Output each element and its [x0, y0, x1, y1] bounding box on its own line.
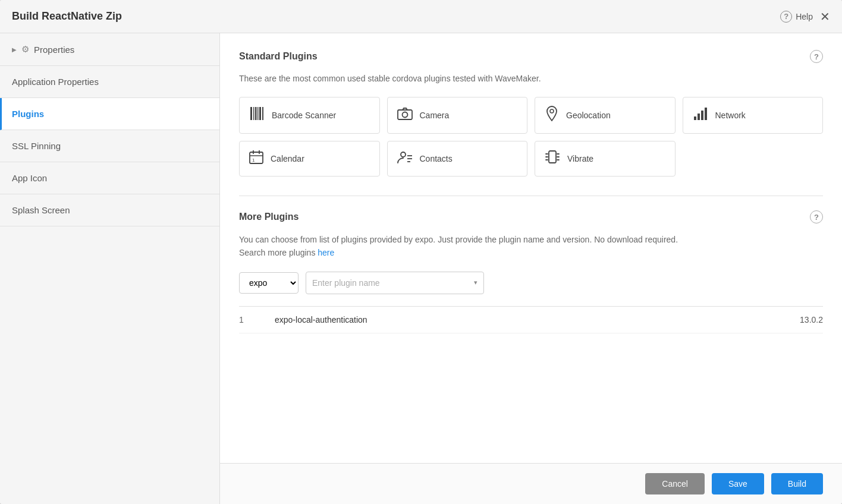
standard-plugins-help-icon[interactable]: ?	[810, 50, 823, 63]
sidebar-item-label: App Icon	[12, 173, 47, 183]
close-icon: ✕	[820, 10, 830, 23]
sidebar-item-label: SSL Pinning	[12, 141, 61, 151]
plugin-card-label: Network	[715, 111, 746, 120]
svg-rect-0	[250, 107, 252, 120]
svg-point-7	[402, 112, 407, 118]
more-plugins-description: You can choose from list of plugins prov…	[239, 233, 823, 260]
sidebar-item-properties[interactable]: ▶ ⚙ Properties	[0, 33, 219, 66]
plugin-name-placeholder: Enter plugin name	[312, 278, 380, 288]
svg-rect-2	[255, 107, 257, 120]
svg-rect-10	[698, 114, 700, 120]
svg-text:1: 1	[252, 158, 255, 163]
svg-rect-1	[253, 107, 255, 120]
plugin-card-contacts[interactable]: Contacts	[387, 141, 528, 177]
title-bar-actions: ? Help ✕	[780, 11, 830, 23]
svg-rect-3	[257, 107, 259, 120]
geolocation-icon	[545, 106, 559, 125]
svg-rect-22	[549, 151, 556, 163]
svg-rect-6	[398, 110, 412, 119]
sidebar-item-splash-screen[interactable]: Splash Screen	[0, 194, 219, 226]
calendar-icon: 1	[249, 150, 263, 168]
standard-plugins-grid: Barcode Scanner Camera	[239, 97, 823, 177]
sidebar-item-ssl-pinning[interactable]: SSL Pinning	[0, 130, 219, 162]
sidebar-item-app-icon[interactable]: App Icon	[0, 162, 219, 194]
plugin-card-vibrate[interactable]: Vibrate	[535, 141, 676, 177]
standard-plugins-title: Standard Plugins	[239, 51, 318, 62]
help-question-icon: ?	[780, 11, 792, 23]
sidebar-item-label: Properties	[34, 45, 74, 55]
svg-rect-9	[694, 116, 696, 120]
title-bar: Build ReactNative Zip ? Help ✕	[0, 0, 842, 33]
more-plugins-title: More Plugins	[239, 212, 299, 222]
more-plugins-help-icon[interactable]: ?	[810, 210, 823, 223]
svg-point-8	[550, 109, 554, 113]
table-row: 1 expo-local-authentication 13.0.2	[239, 307, 823, 333]
gear-icon: ⚙	[21, 44, 29, 55]
svg-point-18	[401, 152, 406, 157]
barcode-scanner-icon	[249, 106, 265, 125]
plugin-card-label: Camera	[420, 111, 450, 120]
camera-icon	[397, 107, 413, 124]
more-plugins-link[interactable]: here	[318, 248, 334, 257]
plugin-name: expo-local-authentication	[275, 315, 752, 325]
save-button[interactable]: Save	[712, 473, 764, 494]
sidebar-item-label: Application Properties	[12, 77, 99, 87]
standard-plugins-header: Standard Plugins ?	[239, 50, 823, 63]
plugin-num: 1	[239, 315, 275, 325]
sidebar-item-plugins[interactable]: Plugins	[0, 98, 219, 130]
content-area: Standard Plugins ? These are the most co…	[220, 33, 842, 504]
section-divider	[239, 196, 823, 196]
plugin-card-label: Contacts	[420, 154, 453, 163]
footer: Cancel Save Build	[220, 463, 842, 504]
help-label: Help	[796, 12, 813, 21]
sidebar: ▶ ⚙ Properties Application Properties Pl…	[0, 33, 220, 504]
help-button[interactable]: ? Help	[780, 11, 813, 23]
plugin-list: 1 expo-local-authentication 13.0.2	[239, 306, 823, 333]
build-button[interactable]: Build	[771, 473, 823, 494]
vibrate-icon	[545, 150, 560, 168]
sidebar-item-application-properties[interactable]: Application Properties	[0, 66, 219, 98]
plugin-card-label: Geolocation	[566, 111, 611, 120]
plugin-card-barcode-scanner[interactable]: Barcode Scanner	[239, 97, 380, 134]
svg-rect-5	[262, 107, 263, 120]
plugin-card-label: Vibrate	[567, 154, 593, 163]
plugin-source-select[interactable]: expo npm cordova	[239, 272, 299, 294]
plugin-card-label: Calendar	[271, 154, 304, 163]
cancel-button[interactable]: Cancel	[645, 473, 705, 494]
network-icon	[693, 107, 708, 124]
plugin-card-network[interactable]: Network	[683, 97, 824, 134]
standard-plugins-description: These are the most common used stable co…	[239, 73, 823, 85]
svg-rect-12	[705, 108, 707, 120]
content-scroll: Standard Plugins ? These are the most co…	[220, 33, 842, 463]
contacts-icon	[397, 150, 413, 168]
svg-rect-11	[701, 111, 703, 120]
plugin-card-calendar[interactable]: 1 Calendar	[239, 141, 380, 177]
dialog: Build ReactNative Zip ? Help ✕ ▶ ⚙ Prope…	[0, 0, 842, 504]
sidebar-item-label: Splash Screen	[12, 205, 70, 215]
plugin-card-camera[interactable]: Camera	[387, 97, 528, 134]
arrow-icon: ▶	[12, 46, 17, 53]
plugin-selector-row: expo npm cordova Enter plugin name ▾	[239, 272, 823, 294]
dialog-title: Build ReactNative Zip	[12, 10, 122, 23]
chevron-down-icon: ▾	[474, 279, 477, 286]
main-layout: ▶ ⚙ Properties Application Properties Pl…	[0, 33, 842, 504]
plugin-card-geolocation[interactable]: Geolocation	[535, 97, 676, 134]
close-button[interactable]: ✕	[820, 11, 830, 23]
svg-rect-4	[259, 107, 261, 120]
plugin-version: 13.0.2	[752, 315, 823, 325]
more-plugins-header: More Plugins ?	[239, 210, 823, 223]
sidebar-item-label: Plugins	[12, 109, 44, 119]
plugin-name-input[interactable]: Enter plugin name ▾	[306, 272, 484, 294]
plugin-card-label: Barcode Scanner	[272, 111, 336, 120]
